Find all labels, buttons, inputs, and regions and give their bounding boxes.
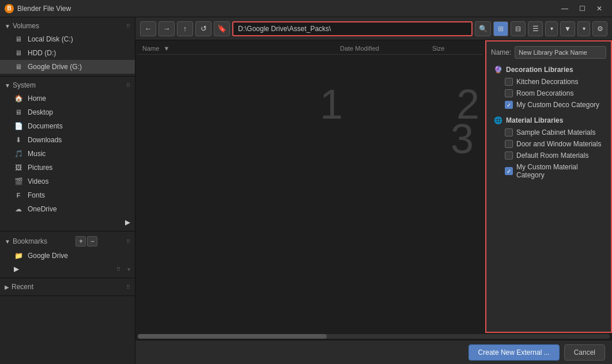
sidebar-item-google-drive-bm[interactable]: 📁 Google Drive [0, 249, 135, 263]
bookmarks-section-header[interactable]: ▼ Bookmarks + − ⠿ [0, 234, 135, 249]
music-label: Music [28, 150, 46, 158]
system-label: System [13, 81, 36, 89]
sidebar-item-more[interactable]: ▶ [0, 216, 135, 229]
options-button[interactable]: ⚙ [592, 21, 607, 36]
system-section-title: ▼ System [5, 81, 36, 89]
scrollbar-thumb[interactable] [138, 334, 327, 339]
material-icon: 🌐 [493, 116, 503, 125]
close-button[interactable]: ✕ [591, 2, 607, 15]
bookmark-remove-button[interactable]: − [87, 236, 97, 247]
library-item-custom-deco[interactable]: My Custom Deco Category [491, 99, 606, 111]
library-item-kitchen[interactable]: Kitchen Decorations [491, 76, 606, 88]
horizontal-scrollbar[interactable] [138, 334, 610, 339]
room-label: Room Decorations [516, 89, 573, 97]
desktop-icon: 🖥 [14, 108, 23, 117]
sidebar-item-google-drive-volume[interactable]: 🖥 Google Drive (G:) [0, 60, 135, 74]
create-new-external-button[interactable]: Create New External ... [469, 344, 560, 361]
sidebar-item-videos[interactable]: 🎬 Videos [0, 175, 135, 188]
title-bar-controls: — ☐ ✕ [557, 2, 607, 15]
hdd-icon: 🖥 [14, 48, 23, 58]
sidebar: ▼ Volumes ⠿ 🖥 Local Disk (C:) 🖥 HDD (D:)… [0, 17, 135, 364]
col-header-date: Date Modified [340, 45, 432, 52]
library-item-cabinet[interactable]: Sample Cabinet Materials [491, 127, 606, 138]
cabinet-label: Sample Cabinet Materials [516, 128, 595, 136]
fonts-label: Fonts [28, 191, 45, 199]
sidebar-item-hdd[interactable]: 🖥 HDD (D:) [0, 46, 135, 60]
system-section-header[interactable]: ▼ System ⠿ [0, 79, 135, 92]
view-medium-button[interactable]: ⊟ [511, 21, 526, 36]
material-libraries-label: Material Libraries [506, 116, 563, 124]
minimize-button[interactable]: — [557, 2, 573, 15]
name-row: Name: [491, 46, 606, 59]
recent-section-header[interactable]: ▶ Recent ⠿ [0, 280, 135, 293]
col-header-size: Size [432, 45, 478, 52]
checkbox-custom-material[interactable] [505, 167, 513, 175]
library-item-default-room[interactable]: Default Room Materials [491, 150, 606, 161]
col-header-name: Name ▼ [142, 45, 340, 52]
bookmark-button[interactable]: 🔖 [214, 21, 230, 36]
library-item-room[interactable]: Room Decorations [491, 88, 606, 99]
checkbox-room[interactable] [505, 89, 513, 97]
sidebar-item-fonts[interactable]: F Fonts [0, 188, 135, 202]
filter-dropdown[interactable]: ▾ [577, 21, 590, 36]
filter-button[interactable]: ▼ [560, 21, 575, 36]
gdrive-vol-icon: 🖥 [14, 62, 23, 71]
expand-bm-icon: ▶ [14, 265, 19, 273]
path-input[interactable] [232, 21, 473, 36]
volumes-section-header[interactable]: ▼ Volumes ⠿ [0, 20, 135, 32]
file-list-header: Name ▼ Date Modified Size [138, 43, 483, 55]
bookmark-add-button[interactable]: + [75, 236, 86, 247]
sidebar-item-desktop[interactable]: 🖥 Desktop [0, 105, 135, 119]
recent-section: ▶ Recent ⠿ [0, 278, 135, 296]
bookmarks-actions: + − [75, 236, 97, 247]
decoration-libraries-label: Decoration Libraries [506, 66, 573, 74]
sidebar-item-downloads[interactable]: ⬇ Downloads [0, 133, 135, 147]
checkbox-custom-deco[interactable] [505, 101, 513, 109]
sidebar-item-onedrive[interactable]: ☁ OneDrive [0, 202, 135, 216]
volumes-arrow: ▼ [5, 23, 10, 29]
sidebar-item-music[interactable]: 🎵 Music [0, 147, 135, 161]
recent-arrow: ▶ [5, 284, 9, 290]
decoration-libraries-section: 🔮 Decoration Libraries Kitchen Decoratio… [491, 63, 606, 111]
sidebar-item-expand-bm[interactable]: ▶ ⠿ ▾ [0, 263, 135, 275]
title-bar-title: Blender File View [17, 5, 71, 13]
right-panel: Name: 🔮 Decoration Libraries Kitchen Dec… [485, 40, 612, 333]
pictures-label: Pictures [28, 164, 52, 172]
library-item-door-window[interactable]: Door and Window Materials [491, 138, 606, 150]
recent-section-title: ▶ Recent [5, 283, 33, 291]
volumes-section: ▼ Volumes ⠿ 🖥 Local Disk (C:) 🖥 HDD (D:)… [0, 17, 135, 77]
refresh-button[interactable]: ↺ [195, 21, 211, 36]
sidebar-item-home[interactable]: 🏠 Home [0, 92, 135, 105]
view-grid-button[interactable]: ⊞ [493, 21, 508, 36]
library-item-custom-material[interactable]: My Custom Material Category [491, 161, 606, 181]
up-button[interactable]: ↑ [177, 21, 193, 36]
desktop-label: Desktop [28, 108, 53, 116]
toolbar: ← → ↑ ↺ 🔖 🔍 ⊞ ⊟ ☰ ▾ ▼ ▾ ⚙ [135, 17, 612, 40]
back-button[interactable]: ← [140, 21, 156, 36]
checkbox-cabinet[interactable] [505, 128, 513, 136]
checkbox-door-window[interactable] [505, 140, 513, 148]
videos-icon: 🎬 [14, 177, 23, 186]
sidebar-item-pictures[interactable]: 🖼 Pictures [0, 161, 135, 175]
sidebar-item-documents[interactable]: 📄 Documents [0, 119, 135, 133]
bm-dropdown-icon: ▾ [127, 266, 130, 272]
forward-button[interactable]: → [158, 21, 175, 36]
door-window-label: Door and Window Materials [516, 140, 601, 148]
cancel-button[interactable]: Cancel [564, 344, 605, 361]
library-name-input[interactable] [515, 46, 606, 59]
view-dropdown[interactable]: ▾ [545, 21, 558, 36]
blender-icon: B [5, 4, 14, 13]
file-area: Name ▼ Date Modified Size [135, 40, 612, 333]
sidebar-item-local-disk[interactable]: 🖥 Local Disk (C:) [0, 32, 135, 46]
custom-material-label: My Custom Material Category [516, 163, 602, 179]
system-section: ▼ System ⠿ 🏠 Home 🖥 Desktop 📄 Documents … [0, 77, 135, 232]
view-list-button[interactable]: ☰ [528, 21, 543, 36]
maximize-button[interactable]: ☐ [574, 2, 590, 15]
downloads-icon: ⬇ [14, 135, 23, 145]
toolbar-right: ⊞ ⊟ ☰ ▾ ▼ ▾ ⚙ [493, 21, 607, 36]
home-label: Home [28, 94, 46, 103]
custom-deco-label: My Custom Deco Category [516, 101, 599, 109]
search-button[interactable]: 🔍 [475, 21, 491, 36]
checkbox-default-room[interactable] [505, 151, 513, 160]
checkbox-kitchen[interactable] [505, 78, 513, 86]
